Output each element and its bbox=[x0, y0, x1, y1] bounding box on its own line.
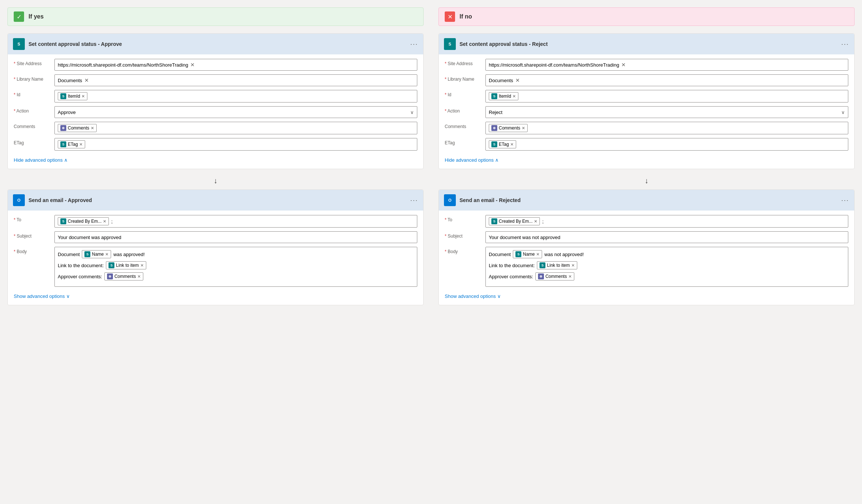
rejected-link-tag-close[interactable]: ✕ bbox=[571, 263, 575, 268]
rejected-subject-input[interactable]: Your document was not approved bbox=[485, 231, 848, 243]
approve-comments-tag: ⊕ Comments ✕ bbox=[58, 124, 97, 132]
no-icon: ✕ bbox=[445, 11, 455, 22]
approved-body-label: Body bbox=[14, 247, 51, 254]
rejected-approver-comments-close[interactable]: ✕ bbox=[568, 274, 572, 279]
reject-etag-input[interactable]: S ETag ✕ bbox=[485, 138, 848, 151]
approved-subject-input[interactable]: Your document was approved bbox=[54, 231, 417, 243]
reject-itemid-tag: S ItemId ✕ bbox=[489, 92, 518, 100]
outlook-icon-reject: O bbox=[444, 194, 456, 206]
approved-body-input[interactable]: Document S Name ✕ was approved! Link to … bbox=[54, 247, 417, 287]
reject-comments-label: Comments bbox=[445, 122, 482, 129]
approved-approver-comments-close[interactable]: ✕ bbox=[137, 274, 141, 279]
approve-library-row: Library Name Documents ✕ bbox=[14, 74, 417, 86]
approved-to-input[interactable]: S Created By Em... ✕ ; bbox=[54, 215, 417, 228]
reject-action-input[interactable]: Reject ∨ bbox=[485, 106, 848, 118]
approve-card-menu[interactable]: ··· bbox=[410, 40, 418, 48]
approve-itemid-tag: S ItemId ✕ bbox=[58, 92, 87, 100]
approved-link-tag-close[interactable]: ✕ bbox=[140, 263, 144, 268]
reject-comments-tag-close[interactable]: ✕ bbox=[522, 126, 525, 131]
outlook-icon-approve: O bbox=[13, 194, 25, 206]
approved-body-line3: Approver comments: ⊕ Comments ✕ bbox=[58, 272, 414, 280]
approved-name-tag: S Name ✕ bbox=[82, 250, 111, 258]
reject-comments-row: Comments ⊕ Comments ✕ bbox=[445, 122, 848, 134]
rejected-email-card: O Send an email - Rejected ··· To S Crea… bbox=[438, 189, 855, 305]
reject-site-address-input[interactable]: https://microsoft.sharepoint-df.com/team… bbox=[485, 59, 848, 71]
reject-itemid-tag-close[interactable]: ✕ bbox=[512, 94, 516, 99]
approve-etag-input[interactable]: S ETag ✕ bbox=[54, 138, 417, 151]
approved-name-tag-close[interactable]: ✕ bbox=[105, 252, 108, 257]
approve-id-input[interactable]: S ItemId ✕ bbox=[54, 90, 417, 103]
reject-library-label: Library Name bbox=[445, 74, 482, 82]
approve-action-label: Action bbox=[14, 106, 51, 114]
rejected-email-card-title: Send an email - Rejected bbox=[460, 197, 838, 203]
reject-card-menu[interactable]: ··· bbox=[841, 40, 849, 48]
approved-show-advanced[interactable]: Show advanced options ∨ bbox=[14, 290, 417, 300]
if-yes-header: ✓ If yes bbox=[7, 7, 424, 26]
rejected-approver-comments-icon: ⊕ bbox=[538, 273, 544, 279]
reject-hide-advanced[interactable]: Hide advanced options ∧ bbox=[445, 154, 848, 164]
rejected-email-card-menu[interactable]: ··· bbox=[841, 196, 849, 204]
approved-body-row: Body Document S Name ✕ was approved! bbox=[14, 247, 417, 287]
reject-card: S Set content approval status - Reject ·… bbox=[438, 33, 855, 169]
approve-etag-tag-close[interactable]: ✕ bbox=[79, 142, 83, 147]
rejected-body-label: Body bbox=[445, 247, 482, 254]
reject-comments-tag: ⊕ Comments ✕ bbox=[489, 124, 528, 132]
rejected-to-tag-close[interactable]: ✕ bbox=[534, 219, 537, 224]
approve-library-clear[interactable]: ✕ bbox=[84, 77, 89, 83]
approve-site-address-row: Site Address https://microsoft.sharepoin… bbox=[14, 59, 417, 71]
rejected-link-tag: S Link to item ✕ bbox=[537, 261, 577, 269]
approved-link-tag-icon: S bbox=[108, 262, 114, 268]
rejected-to-row: To S Created By Em... ✕ ; bbox=[445, 215, 848, 228]
reject-etag-tag-close[interactable]: ✕ bbox=[510, 142, 514, 147]
reject-id-input[interactable]: S ItemId ✕ bbox=[485, 90, 848, 103]
reject-etag-tag-icon: S bbox=[491, 141, 497, 147]
approved-email-card-body: To S Created By Em... ✕ ; Subject Your d… bbox=[8, 211, 423, 305]
approve-action-input[interactable]: Approve ∨ bbox=[54, 106, 417, 118]
approved-to-tag-close[interactable]: ✕ bbox=[103, 219, 106, 224]
reject-action-label: Action bbox=[445, 106, 482, 114]
approved-to-tag: S Created By Em... ✕ bbox=[58, 217, 109, 225]
yes-icon: ✓ bbox=[14, 11, 24, 22]
approved-email-card-menu[interactable]: ··· bbox=[410, 196, 418, 204]
reject-site-address-row: Site Address https://microsoft.sharepoin… bbox=[445, 59, 848, 71]
approved-email-card-title: Send an email - Approved bbox=[29, 197, 407, 203]
approved-body-line2: Link to the document: S Link to item ✕ bbox=[58, 261, 414, 269]
approve-etag-tag: S ETag ✕ bbox=[58, 140, 85, 148]
reject-library-clear[interactable]: ✕ bbox=[515, 77, 520, 83]
approve-comments-tag-close[interactable]: ✕ bbox=[91, 126, 94, 131]
approve-itemid-tag-icon: S bbox=[60, 93, 66, 99]
approve-site-address-input[interactable]: https://microsoft.sharepoint-df.com/team… bbox=[54, 59, 417, 71]
approve-comments-row: Comments ⊕ Comments ✕ bbox=[14, 122, 417, 134]
sharepoint-icon-approve: S bbox=[13, 38, 25, 50]
rejected-subject-row: Subject Your document was not approved bbox=[445, 231, 848, 243]
if-no-title: If no bbox=[460, 13, 472, 20]
approve-comments-tag-icon: ⊕ bbox=[60, 125, 66, 131]
rejected-to-label: To bbox=[445, 215, 482, 222]
rejected-body-line2: Link to the document: S Link to item ✕ bbox=[489, 261, 845, 269]
approve-library-input[interactable]: Documents ✕ bbox=[54, 74, 417, 86]
left-panel: ✓ If yes S Set content approval status -… bbox=[0, 0, 431, 504]
rejected-body-input[interactable]: Document S Name ✕ was not approved! Link… bbox=[485, 247, 848, 287]
approve-hide-advanced[interactable]: Hide advanced options ∧ bbox=[14, 154, 417, 164]
rejected-to-tag: S Created By Em... ✕ bbox=[489, 217, 540, 225]
rejected-to-input[interactable]: S Created By Em... ✕ ; bbox=[485, 215, 848, 228]
rejected-email-card-body: To S Created By Em... ✕ ; Subject Your d… bbox=[439, 211, 854, 305]
rejected-show-advanced[interactable]: Show advanced options ∨ bbox=[445, 290, 848, 300]
reject-library-input[interactable]: Documents ✕ bbox=[485, 74, 848, 86]
approve-itemid-tag-close[interactable]: ✕ bbox=[81, 94, 85, 99]
rejected-body-line1: Document S Name ✕ was not approved! bbox=[489, 250, 845, 258]
reject-card-title: Set content approval status - Reject bbox=[460, 41, 838, 47]
approve-comments-input[interactable]: ⊕ Comments ✕ bbox=[54, 122, 417, 134]
approve-etag-tag-icon: S bbox=[60, 141, 66, 147]
approve-site-address-label: Site Address bbox=[14, 59, 51, 66]
approved-to-label: To bbox=[14, 215, 51, 222]
approve-card-body: Site Address https://microsoft.sharepoin… bbox=[8, 54, 423, 169]
rejected-name-tag-icon: S bbox=[515, 251, 521, 257]
approve-card-header: S Set content approval status - Approve … bbox=[8, 34, 423, 54]
reject-site-address-clear[interactable]: ✕ bbox=[621, 62, 626, 68]
rejected-name-tag-close[interactable]: ✕ bbox=[536, 252, 539, 257]
approve-action-chevron: ∨ bbox=[410, 110, 414, 115]
reject-comments-input[interactable]: ⊕ Comments ✕ bbox=[485, 122, 848, 134]
approved-subject-label: Subject bbox=[14, 231, 51, 239]
approve-site-address-clear[interactable]: ✕ bbox=[190, 62, 195, 68]
